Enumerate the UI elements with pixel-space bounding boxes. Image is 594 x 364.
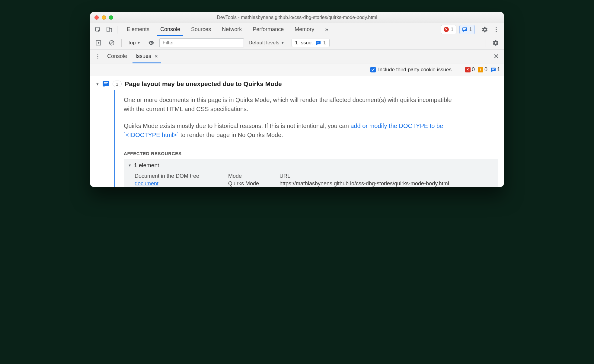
col-document: Document in the DOM tree [135, 173, 222, 179]
col-mode: Mode [228, 173, 273, 179]
svg-rect-2 [109, 28, 112, 32]
drawer-menu-icon[interactable] [93, 51, 103, 62]
affected-resources-table: Document in the DOM tree Mode URL docume… [135, 173, 494, 187]
issue-item: ▼ 1 Page layout may be unexpected due to… [96, 80, 498, 187]
log-levels-selector[interactable]: Default levels ▼ [249, 40, 285, 46]
issue-header[interactable]: 1 Page layout may be unexpected due to Q… [102, 80, 498, 88]
tab-memory[interactable]: Memory [289, 23, 320, 36]
issue-summary-count: 1 [323, 40, 326, 46]
tab-performance[interactable]: Performance [247, 23, 289, 36]
error-icon: ✕ [444, 27, 449, 32]
issue-icon [462, 27, 468, 32]
drawer-tab-console[interactable]: Console [103, 49, 131, 63]
element-group-header[interactable]: ▼ 1 element [128, 162, 494, 169]
clear-console-icon[interactable] [107, 38, 117, 48]
main-tabbar: Elements Console Sources Network Perform… [90, 23, 504, 36]
drawer-tabbar: Console Issues ✕ ✕ [90, 49, 504, 63]
issue-description-1: One or more documents in this page is in… [124, 95, 456, 113]
issue-icon [315, 40, 321, 46]
affected-resources-box: ▼ 1 element Document in the DOM tree Mod… [124, 159, 498, 187]
issues-toolbar: Include third-party cookie issues ✕0 !0 … [90, 63, 504, 76]
divider [117, 26, 117, 34]
warning-square-icon: ! [478, 67, 483, 72]
live-expression-icon[interactable] [146, 38, 156, 48]
svg-rect-21 [103, 81, 109, 86]
main-tabs: Elements Console Sources Network Perform… [121, 23, 334, 36]
chevron-down-icon: ▼ [137, 41, 141, 45]
svg-point-16 [97, 56, 98, 57]
tab-network[interactable]: Network [216, 23, 247, 36]
svg-rect-13 [317, 42, 320, 42]
error-count[interactable]: ✕0 [465, 66, 475, 73]
issues-count-top: 1 [469, 27, 472, 33]
svg-point-8 [496, 31, 497, 32]
context-selector[interactable]: top ▼ [126, 40, 143, 46]
svg-rect-20 [492, 69, 494, 70]
cell-document: document [135, 180, 222, 187]
expand-icon: ▼ [128, 163, 132, 168]
cell-url: https://mathiasbynens.github.io/css-dbg-… [279, 180, 494, 187]
kebab-menu-icon[interactable] [491, 24, 501, 35]
cell-mode: Quirks Mode [228, 180, 273, 187]
issue-summary-label: 1 Issue: [295, 40, 313, 46]
close-tab-icon[interactable]: ✕ [154, 54, 158, 59]
settings-icon[interactable] [480, 24, 490, 35]
context-label: top [129, 40, 136, 46]
third-party-label: Include third-party cookie issues [378, 67, 452, 73]
error-square-icon: ✕ [465, 67, 471, 72]
issue-icon [490, 67, 496, 72]
tab-console[interactable]: Console [155, 23, 186, 36]
inspect-element-icon[interactable] [93, 24, 103, 35]
tab-elements[interactable]: Elements [121, 23, 155, 36]
checkbox-checked-icon [370, 67, 376, 72]
levels-label: Default levels [249, 40, 279, 46]
svg-rect-14 [317, 43, 319, 43]
issues-panel: ▼ 1 Page layout may be unexpected due to… [90, 76, 504, 187]
svg-point-15 [97, 54, 98, 55]
issue-count-pill: 1 [113, 81, 122, 87]
execute-icon[interactable] [93, 38, 104, 48]
divider [457, 66, 457, 74]
issue-summary-badge[interactable]: 1 Issue: 1 [292, 39, 329, 47]
issue-severity-counters: ✕0 !0 1 [465, 66, 500, 73]
close-drawer-icon[interactable]: ✕ [491, 51, 501, 62]
third-party-checkbox[interactable]: Include third-party cookie issues [370, 67, 452, 73]
chevron-down-icon: ▼ [281, 41, 285, 45]
filter-input[interactable] [159, 38, 244, 47]
divider [121, 39, 122, 47]
svg-rect-5 [463, 29, 465, 30]
drawer-tab-issues[interactable]: Issues ✕ [131, 49, 162, 63]
col-url: URL [279, 173, 494, 179]
warning-count[interactable]: !0 [478, 66, 487, 73]
svg-line-11 [110, 41, 113, 44]
devtools-window: DevTools - mathiasbynens.github.io/css-d… [90, 12, 504, 187]
element-count-label: 1 element [134, 162, 159, 169]
expand-icon[interactable]: ▼ [96, 80, 99, 86]
issue-description-2: Quirks Mode exists mostly due to histori… [124, 121, 456, 139]
svg-point-7 [496, 29, 497, 30]
issue-icon [102, 80, 110, 88]
svg-rect-23 [104, 84, 107, 84]
tab-sources[interactable]: Sources [186, 23, 216, 36]
svg-point-6 [496, 27, 497, 28]
console-toolbar: top ▼ Default levels ▼ 1 Issue: 1 [90, 36, 504, 49]
svg-rect-22 [104, 82, 108, 83]
info-count[interactable]: 1 [490, 66, 500, 73]
issues-counter-top[interactable]: 1 [459, 25, 475, 34]
window-title: DevTools - mathiasbynens.github.io/css-d… [90, 15, 504, 20]
document-link[interactable]: document [135, 180, 158, 187]
errors-counter[interactable]: ✕ 1 [441, 25, 456, 34]
svg-rect-4 [463, 28, 466, 29]
divider [486, 39, 486, 47]
affected-resources-label: Affected Resources [124, 151, 498, 156]
device-toolbar-icon[interactable] [104, 24, 114, 35]
errors-count: 1 [451, 27, 453, 33]
titlebar: DevTools - mathiasbynens.github.io/css-d… [90, 12, 504, 23]
more-tabs-icon[interactable]: » [320, 23, 334, 36]
drawer-tab-issues-label: Issues [136, 53, 151, 59]
svg-rect-19 [492, 69, 495, 69]
svg-point-17 [97, 57, 98, 58]
console-settings-icon[interactable] [490, 38, 501, 48]
issue-title: Page layout may be unexpected due to Qui… [125, 80, 282, 88]
issue-body: One or more documents in this page is in… [114, 90, 498, 187]
